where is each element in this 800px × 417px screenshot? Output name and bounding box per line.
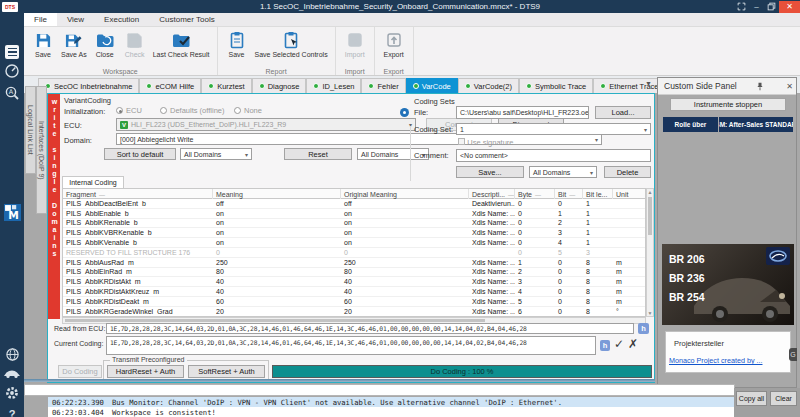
- coding-set-all-domains-combo[interactable]: All Domains▾: [529, 166, 597, 178]
- coding-set-combo[interactable]: 1▾: [456, 123, 651, 135]
- scroll-up-icon[interactable]: ▲: [647, 189, 653, 195]
- radio-none[interactable]: None: [234, 106, 262, 115]
- table-row[interactable]: PILS_AbblDeactBeiEnt_b off off Deaktivie…: [63, 199, 645, 209]
- car-icon[interactable]: [3, 364, 21, 382]
- fullscreen-icon[interactable]: [734, 1, 749, 13]
- reject-x-icon[interactable]: ✗: [628, 338, 638, 350]
- table-row[interactable]: PILS_AbblEnable_b on on Xdis Name: ... 0…: [63, 209, 645, 219]
- internal-coding-tab[interactable]: Internal Coding: [62, 176, 124, 188]
- table-row[interactable]: RESERVED TO FILL STRUCTURE 176 0 0 0 5 3: [63, 248, 645, 258]
- monaco-project-link[interactable]: Monaco Project created by ...: [669, 356, 762, 365]
- document-tab[interactable]: VarCode(2): [458, 78, 519, 93]
- scrollbar-thumb[interactable]: [65, 319, 485, 322]
- info-icon[interactable]: [400, 108, 409, 117]
- log-line[interactable]: 06:22:23.390 Bus Monitor: Channel 'DoIP …: [48, 397, 759, 407]
- hex-format-badge[interactable]: h: [638, 323, 649, 334]
- table-row[interactable]: PILS_AbblKRenable_b on on Xdis Name: ...…: [63, 219, 645, 229]
- write-single-domains-tab[interactable]: write single Domains: [48, 94, 60, 319]
- rolle-cell[interactable]: Rolle über: [663, 117, 718, 132]
- save-as-icon: [65, 30, 82, 50]
- all-domains-combo-1[interactable]: All Domains▾: [180, 148, 252, 160]
- document-tab[interactable]: eCOM Hilfe: [139, 78, 201, 93]
- monaco-logo-icon[interactable]: M: [3, 203, 21, 221]
- save-button[interactable]: Save: [28, 29, 58, 60]
- pin-icon[interactable]: [753, 82, 766, 91]
- last-check-result-button[interactable]: Last Check Result: [150, 29, 213, 60]
- menu-tab[interactable]: Execution: [94, 13, 149, 26]
- restore-button[interactable]: [764, 1, 779, 13]
- check-button[interactable]: Check: [120, 29, 150, 60]
- minimize-button[interactable]: –: [749, 1, 764, 13]
- soft-reset-auth-button[interactable]: SoftReset + Auth: [188, 365, 265, 378]
- table-row[interactable]: PILS_AbblKRGeradeWinkel_Grad 20 20 Xdis …: [63, 307, 645, 317]
- menu-tab[interactable]: File: [24, 13, 57, 26]
- table-row[interactable]: PILS_AbblKRDistDeakt_m 60 60 Xdis Name: …: [63, 297, 645, 307]
- status-dot-icon: [526, 83, 532, 89]
- load-button[interactable]: Load...: [595, 106, 651, 119]
- document-tab[interactable]: ID_Lesen: [306, 78, 361, 93]
- log-line[interactable]: 06:23:03.404 Workspace is consistent!: [48, 407, 759, 417]
- dock-tab-logical-link-list[interactable]: Logical Link List: [25, 86, 36, 174]
- save-selected-controls-button[interactable]: Save Selected Controls: [252, 29, 331, 60]
- tab-overflow-icon[interactable]: ▼: [645, 80, 652, 87]
- table-row[interactable]: PILS_AbblEinRad_m 80 80 Xdis Name: ... 2…: [63, 268, 645, 278]
- instrumente-stoppen-button[interactable]: Instrumente stoppen: [670, 98, 786, 111]
- gauge-icon[interactable]: [3, 62, 21, 80]
- close-button[interactable]: ✕: [779, 1, 800, 13]
- scroll-down-icon[interactable]: ▼: [647, 310, 653, 316]
- use-signature-checkbox[interactable]: Use signature: [458, 138, 514, 147]
- do-coding-button[interactable]: Do Coding: [58, 365, 102, 378]
- ecu-combo[interactable]: V HLI_FL223 (UDS_Ethernet_DoIP).HLI_FL22…: [116, 118, 416, 131]
- document-tab[interactable]: Symbolic Trace: [519, 78, 593, 93]
- table-row[interactable]: PILS_AbblAusRad_m 250 250 Xdis Name: ...…: [63, 258, 645, 268]
- close-panel-icon[interactable]: ✕: [783, 82, 796, 91]
- reset-button[interactable]: Reset: [284, 148, 352, 160]
- radio-icon: [234, 107, 241, 114]
- accept-check-icon[interactable]: ✓: [614, 338, 624, 350]
- hard-reset-auth-button[interactable]: HardReset + Auth: [107, 365, 184, 378]
- sort-to-default-button[interactable]: Sort to default: [104, 148, 176, 160]
- vsm-cell[interactable]: VSM: After-Sales STANDARD: [719, 117, 793, 132]
- help-icon[interactable]: ?: [3, 405, 21, 417]
- hex-format-badge[interactable]: h: [600, 340, 610, 351]
- delete-button[interactable]: Delete: [604, 166, 651, 178]
- globe-icon[interactable]: [3, 345, 21, 363]
- save-as-button[interactable]: Save As: [58, 29, 90, 60]
- close-workspace-button[interactable]: Close: [90, 29, 120, 60]
- g-side-tab[interactable]: G: [789, 348, 797, 361]
- menu-icon[interactable]: [3, 43, 21, 61]
- document-tab[interactable]: Diagnose: [252, 78, 307, 93]
- document-tab[interactable]: Kurztest: [201, 78, 252, 93]
- table-row[interactable]: PILS_AbblKVenable_b on on Xdis Name: ...…: [63, 238, 645, 248]
- menu-tab[interactable]: Customer Tools: [149, 13, 224, 26]
- scrollbar-thumb[interactable]: [648, 197, 652, 235]
- copy-all-button[interactable]: Copy all: [736, 391, 767, 406]
- document-tab[interactable]: Fehler: [361, 78, 405, 93]
- clear-button[interactable]: Clear: [770, 391, 797, 406]
- app-window: DTS 1.1 SecOC_Inbetriebnahme_Security_On…: [0, 0, 800, 417]
- comment-field[interactable]: <No comment>: [456, 149, 651, 162]
- read-from-ecu-field[interactable]: 1E,7D,28,28,28,3C,14,64,03,2D,01,0A,3C,2…: [106, 323, 634, 334]
- table-row[interactable]: PILS_AbblKRDistAkt_m 40 40 Xdis Name: ..…: [63, 277, 645, 287]
- export-arrow-icon: [386, 30, 402, 50]
- radio-defaults[interactable]: Defaults (offline): [160, 106, 224, 115]
- gear-icon[interactable]: [3, 384, 21, 402]
- table-row[interactable]: PILS_AbblKRDistAktKreuz_m 40 40 Xdis Nam…: [63, 287, 645, 297]
- document-tab[interactable]: SecOC Inbetriebnahme: [38, 78, 139, 93]
- report-save-button[interactable]: Save: [222, 29, 252, 60]
- dock-tab-interfaces[interactable]: Interfaces (DoIP 9): [36, 86, 47, 214]
- coding-set-save-button[interactable]: Save...: [456, 166, 524, 178]
- current-coding-field[interactable]: 1E,7D,28,28,28,3C,14,64,03,2D,01,0A,3C,2…: [106, 336, 596, 355]
- command-input-strip[interactable]: [24, 384, 735, 396]
- table-row[interactable]: PILS_AbblKVBRKenable_b on on Xdis Name: …: [63, 228, 645, 238]
- vertical-scrollbar[interactable]: ▲ ▼: [646, 188, 654, 317]
- document-tab[interactable]: VarCode: [406, 78, 458, 93]
- file-path-field[interactable]: C:\Users\abu saif\Desktop\HLI_FR223.oed: [456, 106, 589, 119]
- import-button[interactable]: Import: [340, 29, 370, 60]
- menu-tab[interactable]: View: [57, 13, 94, 26]
- export-button[interactable]: Export: [379, 29, 409, 60]
- check-icon: [126, 30, 143, 50]
- document-tab[interactable]: Ethernet Trace: [593, 78, 665, 93]
- search-a-icon[interactable]: A: [3, 84, 21, 102]
- radio-ecu[interactable]: ECU: [116, 106, 142, 115]
